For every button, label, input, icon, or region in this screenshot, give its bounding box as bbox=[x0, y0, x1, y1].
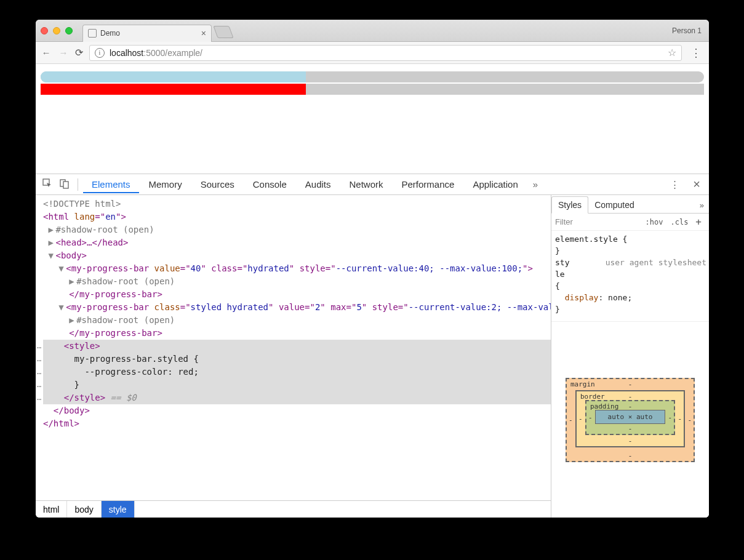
box-model-margin[interactable]: margin - - - - border - - - - padding bbox=[566, 378, 695, 462]
dom-breadcrumbs: html body style bbox=[36, 500, 551, 518]
styles-pane: Styles Computed » Filter :hov .cls + ele… bbox=[551, 195, 709, 518]
url-host: localhost bbox=[110, 48, 143, 58]
minimize-window-button[interactable] bbox=[53, 27, 60, 34]
address-bar[interactable]: i localhost:5000/example/ ☆ bbox=[89, 45, 682, 61]
progress-bar-1-fill bbox=[41, 71, 306, 82]
breadcrumb-html[interactable]: html bbox=[36, 501, 67, 518]
styles-rules[interactable]: element.style { } sty le {user agent sty… bbox=[551, 231, 709, 322]
inspect-element-button[interactable] bbox=[39, 178, 55, 191]
progress-bar-1 bbox=[41, 71, 704, 82]
devtools-menu-button[interactable]: ⋮ bbox=[670, 179, 679, 190]
new-tab-button[interactable] bbox=[213, 26, 233, 38]
box-model-content[interactable]: auto × auto bbox=[595, 410, 665, 424]
new-style-rule-button[interactable]: + bbox=[692, 216, 705, 228]
dom-tree[interactable]: <!DOCTYPE html> <html lang="en"> ▶#shado… bbox=[36, 195, 551, 500]
cls-toggle[interactable]: .cls bbox=[666, 218, 692, 226]
devtools-tablist: Elements Memory Sources Console Audits N… bbox=[36, 174, 709, 195]
toggle-device-button[interactable] bbox=[57, 178, 73, 191]
profile-label[interactable]: Person 1 bbox=[672, 26, 704, 35]
page-icon bbox=[88, 29, 97, 38]
breadcrumb-body[interactable]: body bbox=[67, 501, 101, 518]
styles-filter-row: Filter :hov .cls + bbox=[551, 214, 709, 231]
maximize-window-button[interactable] bbox=[65, 27, 73, 34]
forward-button[interactable]: → bbox=[58, 47, 69, 58]
devtools-tab-network[interactable]: Network bbox=[340, 175, 391, 193]
close-window-button[interactable] bbox=[41, 27, 48, 34]
styles-tab[interactable]: Styles bbox=[551, 196, 588, 214]
styles-pane-tabs: Styles Computed » bbox=[551, 195, 709, 214]
computed-tab[interactable]: Computed bbox=[588, 197, 641, 213]
breadcrumb-style[interactable]: style bbox=[102, 501, 135, 518]
tab-strip: Demo × Person 1 bbox=[36, 20, 709, 42]
devtools-tab-application[interactable]: Application bbox=[464, 175, 526, 193]
tab-title: Demo bbox=[100, 29, 120, 38]
url-path: :5000/example/ bbox=[143, 48, 202, 58]
devtools-tab-memory[interactable]: Memory bbox=[140, 175, 191, 193]
browser-toolbar: ← → ⟳ i localhost:5000/example/ ☆ ⋮ bbox=[36, 42, 709, 64]
progress-bar-2-fill bbox=[41, 84, 306, 95]
devtools-tab-sources[interactable]: Sources bbox=[192, 175, 243, 193]
progress-bar-2 bbox=[41, 84, 704, 95]
hov-toggle[interactable]: :hov bbox=[642, 218, 667, 226]
devtools-tab-audits[interactable]: Audits bbox=[297, 175, 340, 193]
browser-window: Demo × Person 1 ← → ⟳ i localhost:5000/e… bbox=[36, 20, 709, 518]
back-button[interactable]: ← bbox=[41, 47, 52, 58]
close-tab-button[interactable]: × bbox=[201, 28, 206, 38]
styles-filter-input[interactable]: Filter bbox=[555, 217, 642, 226]
devtools-tabs-overflow[interactable]: » bbox=[528, 179, 543, 190]
svg-rect-2 bbox=[63, 182, 68, 188]
browser-menu-button[interactable]: ⋮ bbox=[688, 46, 704, 60]
devtools-tab-performance[interactable]: Performance bbox=[393, 175, 463, 193]
elements-panel: <!DOCTYPE html> <html lang="en"> ▶#shado… bbox=[36, 195, 551, 518]
devtools-tab-console[interactable]: Console bbox=[244, 175, 295, 193]
devtools-close-button[interactable]: × bbox=[688, 177, 705, 191]
box-model-border[interactable]: border - - - - padding - - - - au bbox=[575, 390, 685, 447]
box-model-padding[interactable]: padding - - - - auto × auto bbox=[585, 400, 675, 435]
page-content bbox=[36, 64, 709, 174]
devtools-tab-elements[interactable]: Elements bbox=[83, 175, 139, 193]
bookmark-star-icon[interactable]: ☆ bbox=[668, 47, 676, 58]
reload-button[interactable]: ⟳ bbox=[75, 47, 83, 58]
browser-tab[interactable]: Demo × bbox=[82, 25, 212, 42]
site-info-icon[interactable]: i bbox=[95, 48, 105, 58]
styles-tabs-overflow[interactable]: » bbox=[695, 198, 709, 213]
devtools-panel: Elements Memory Sources Console Audits N… bbox=[36, 174, 709, 518]
box-model: margin - - - - border - - - - padding bbox=[551, 322, 709, 518]
window-controls bbox=[41, 27, 73, 34]
